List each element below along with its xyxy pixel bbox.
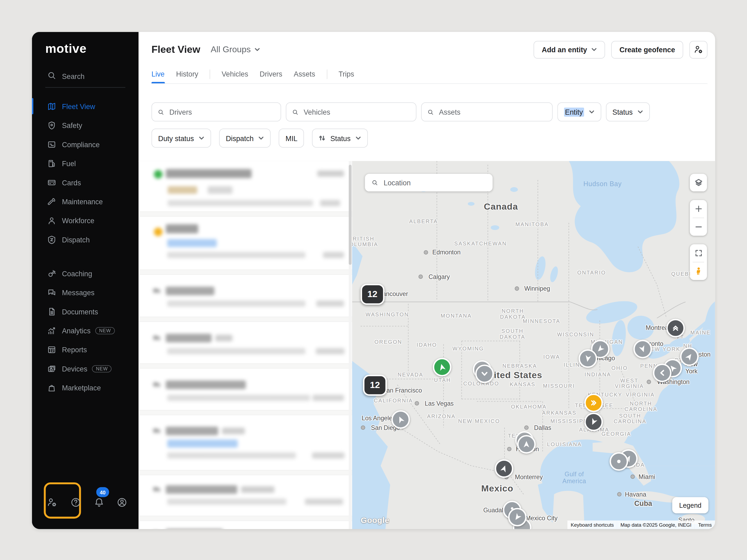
blurred-row-content [139,415,352,470]
notifications-button[interactable]: 40 [89,493,109,512]
help-button[interactable] [66,493,85,512]
admin-settings-button[interactable] [689,41,707,58]
tab-bar: LiveHistoryVehiclesDriversAssetsTrips [152,69,707,84]
status-dropdown[interactable]: Status [606,102,650,121]
vehicle-marker-los-angeles[interactable] [391,410,410,429]
vehicle-marker-monterrey[interactable] [495,459,514,478]
tab-history[interactable]: History [176,70,198,83]
map-city-calgary: Calgary [429,273,450,281]
vehicle-marker-mexico-city[interactable] [508,508,526,527]
list-item[interactable] [139,161,352,211]
list-item[interactable] [139,275,352,317]
tab-drivers[interactable]: Drivers [260,70,282,83]
vehicle-marker-colorado[interactable] [475,365,494,383]
vehicle-marker-alabama[interactable] [584,412,603,431]
vehicle-marker-chicago[interactable] [579,349,597,368]
sidebar-item-maintenance[interactable]: Maintenance [32,192,139,211]
zoom-in-button[interactable] [690,200,707,218]
sidebar-item-analytics[interactable]: AnalyticsNEW [32,321,139,340]
drivers-search-input[interactable] [168,107,275,116]
vehicle-marker-florida-b[interactable] [610,452,628,471]
blurred-text-bar [316,300,344,306]
tab-vehicles[interactable]: Vehicles [222,70,248,83]
truck-icon [153,427,161,436]
list-scrollbar[interactable] [349,161,352,529]
assets-search[interactable] [421,102,553,121]
assets-search-input[interactable] [438,107,546,116]
nav-glyph [512,512,523,523]
vehicles-search-input[interactable] [303,107,410,116]
map-canvas[interactable]: CanadaUnited StatesMexicoCubaHudson BayG… [352,161,715,529]
sidebar-item-safety[interactable]: Safety [32,116,139,135]
drivers-search[interactable] [152,102,281,121]
sidebar-item-label: Safety [62,121,82,129]
map-location-input[interactable] [383,178,486,187]
blurred-row-content [139,161,352,211]
cluster-marker[interactable]: 12 [363,375,387,396]
sidebar-item-reports[interactable]: Reports [32,340,139,359]
sidebar-footer: 40 [32,486,139,521]
vehicle-marker-montreal[interactable] [666,319,685,337]
scrollbar-thumb[interactable] [349,165,352,265]
dispatch-dropdown[interactable]: Dispatch [219,129,271,148]
list-item[interactable] [139,521,352,529]
add-entity-button[interactable]: Add an entity [534,41,605,58]
tab-assets[interactable]: Assets [294,70,315,83]
create-geofence-button[interactable]: Create geofence [612,41,683,58]
list-item[interactable] [139,216,352,269]
group-selector[interactable]: All Groups [211,45,260,55]
nav-glyph [522,440,531,448]
chevron-down-icon [255,47,260,52]
blurred-text-bar [215,335,232,341]
sidebar-item-fuel[interactable]: Fuel [32,154,139,173]
vehicle-marker-tennessee[interactable] [584,394,603,412]
tab-live[interactable]: Live [152,70,164,83]
profile-button[interactable] [112,493,131,512]
map-icon [47,102,56,111]
sort-status-dropdown[interactable]: Status [312,129,368,148]
vehicle-marker-toronto[interactable] [634,340,652,358]
sidebar-item-messages[interactable]: Messages [32,283,139,302]
sidebar-item-dispatch[interactable]: Dispatch [32,230,139,249]
legend-button[interactable]: Legend [672,497,709,513]
terms-link[interactable]: Terms [695,521,715,529]
map-location-search[interactable] [365,174,493,191]
street-view-button[interactable] [690,262,707,280]
header: Fleet View All Groups Add an entity Crea… [139,32,715,162]
sidebar-item-documents[interactable]: Documents [32,302,139,321]
map-layers-button[interactable] [690,174,707,191]
list-item[interactable] [139,369,352,410]
list-item[interactable] [139,475,352,516]
list-item[interactable] [139,415,352,470]
map-city-edmonton: Edmonton [432,249,461,256]
blurred-text-bar [312,395,344,401]
keyboard-shortcuts-link[interactable]: Keyboard shortcuts [567,521,617,529]
duty-status-dropdown[interactable]: Duty status [152,129,211,148]
mil-filter-button[interactable]: MIL [279,129,304,148]
admin-users-button[interactable] [43,493,61,512]
analytics-icon [47,326,56,335]
tab-trips[interactable]: Trips [339,70,354,83]
vehicles-search[interactable] [286,102,416,121]
map-data-text: Map data ©2025 Google, INEGI [617,521,695,529]
entity-dropdown[interactable]: Entity [557,102,601,121]
sidebar-item-compliance[interactable]: Compliance [32,135,139,154]
sidebar-item-cards[interactable]: Cards [32,173,139,192]
list-item[interactable] [139,322,352,363]
cluster-marker[interactable]: 12 [360,284,384,305]
zoom-out-button[interactable] [690,218,707,236]
fullscreen-button[interactable] [690,244,707,262]
nav-glyph [395,414,406,425]
vehicle-marker-houston[interactable] [517,435,536,454]
map-city-monterrey: Monterrey [515,474,543,481]
vehicle-marker-washington-dc[interactable] [653,364,671,382]
sidebar-item-coaching[interactable]: Coaching [32,264,139,283]
vehicle-marker-boston[interactable] [680,347,699,366]
sidebar-item-label: Workforce [62,216,95,224]
sidebar-search[interactable]: Search [32,68,139,84]
sidebar-item-devices[interactable]: DevicesNEW [32,359,139,378]
vehicle-marker-utah[interactable] [433,358,452,376]
sidebar-item-marketplace[interactable]: Marketplace [32,378,139,397]
sidebar-item-fleet-view[interactable]: Fleet View [32,97,139,115]
sidebar-item-workforce[interactable]: Workforce [32,211,139,230]
